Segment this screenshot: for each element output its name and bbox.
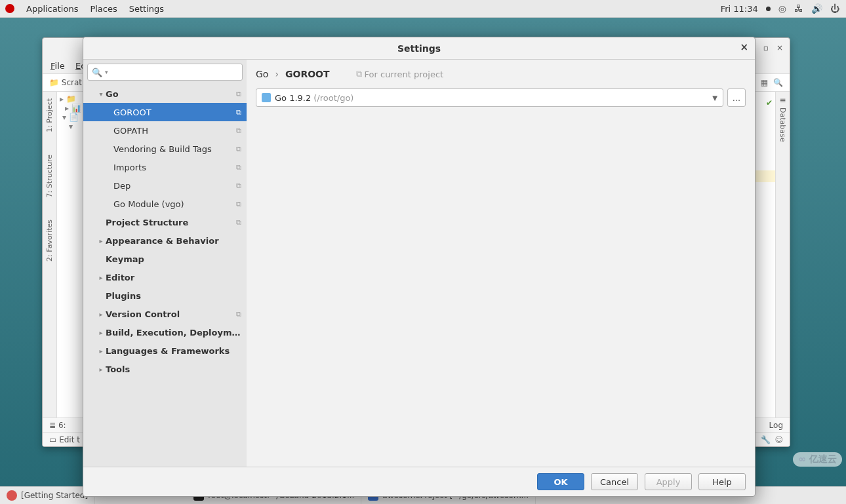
power-icon[interactable]: ⏻ [830,3,839,14]
ok-button[interactable]: OK [537,473,584,490]
sdk-path: (/root/go) [313,93,353,103]
note-icon: ▭ [49,435,56,444]
tree-build[interactable]: ▸Build, Execution, Deployment [83,323,247,341]
menu-places[interactable]: Places [90,4,117,14]
copy-icon: ⧉ [236,200,241,208]
settings-footer: OK Cancel Apply Help [83,467,755,496]
tree-goroot[interactable]: GOROOT⧉ [83,103,247,121]
window-maximize-icon[interactable]: ▫ [763,43,769,52]
cancel-button[interactable]: Cancel [591,473,638,490]
copy-icon: ⧉ [236,145,241,153]
wrench-icon[interactable]: 🔧 [761,435,771,444]
tab-database[interactable]: Database [778,105,787,145]
help-icon [7,490,17,501]
task-getting-started[interactable]: [Getting Started] [0,487,95,504]
distro-icon [5,4,14,13]
tree-plugins[interactable]: Plugins [83,286,247,305]
copy-icon: ⧉ [236,126,241,135]
scope-label: ⧉ For current project [356,69,444,79]
status-left: 6: [58,421,66,430]
ide-left-rail: 1: Project 7: Structure 2: Favorites [43,92,57,417]
desktop: ▫ × File Edit 📁 Scrat ▦ 🔍 1: Project 7: … [0,18,846,486]
help-button[interactable]: Help [698,473,746,490]
settings-tree[interactable]: ▾Go⧉ GOROOT⧉ GOPATH⧉ Vendoring & Build T… [83,85,247,467]
status-log[interactable]: Log [769,421,783,430]
crumb-root[interactable]: Go [256,69,268,79]
chevron-down-icon: ▼ [712,94,717,102]
tab-favorites[interactable]: 2: Favorites [45,217,54,264]
copy-icon: ⧉ [236,163,241,172]
list-icon[interactable]: ≣ [49,421,56,430]
copy-icon: ⧉ [356,69,362,79]
sdk-label: Go 1.9.2 [275,93,311,103]
search-icon[interactable]: 🔍 [773,78,783,87]
sdk-select[interactable]: Go 1.9.2 (/root/go) ▼ [256,88,723,107]
volume-icon[interactable]: 🔊 [811,3,822,14]
settings-sidebar: 🔍 ▾ ▾Go⧉ GOROOT⧉ GOPATH⧉ Vendoring & Bui… [83,60,247,467]
menu-settings[interactable]: Settings [129,4,164,14]
search-icon: 🔍 [92,68,102,77]
person-icon[interactable]: ☺ [775,435,783,444]
watermark: ∞ 亿速云 [793,452,842,467]
settings-title-label: Settings [397,43,441,54]
copy-icon: ⧉ [236,218,241,227]
window-close-icon[interactable]: × [776,43,783,52]
database-icon[interactable]: ≡ [779,96,786,105]
tree-go[interactable]: ▾Go⧉ [83,85,247,103]
network-icon[interactable]: 🖧 [794,3,803,14]
tree-editor[interactable]: ▸Editor [83,268,247,286]
folder-icon: 📁 [49,78,59,87]
tree-tools[interactable]: ▸Tools [83,360,247,378]
toolbar-icon[interactable]: ▦ [761,78,768,87]
ide-crumb-label: Scrat [62,78,82,87]
settings-dialog: Settings × 🔍 ▾ ▾Go⧉ GOROOT⧉ GOPATH⧉ Vend… [83,37,755,497]
settings-search-input[interactable]: 🔍 ▾ [87,64,243,81]
settings-main: Go › GOROOT ⧉ For current project Go 1.9… [247,60,755,467]
ide-right-rail: ≡ Database [775,92,790,417]
tree-project-structure[interactable]: Project Structure⧉ [83,213,247,231]
tree-vcs[interactable]: ▸Version Control⧉ [83,305,247,323]
menu-applications[interactable]: Applications [26,4,78,14]
search-field[interactable] [111,68,238,77]
tree-vendoring[interactable]: Vendoring & Build Tags⧉ [83,140,247,158]
tree-gopath[interactable]: GOPATH⧉ [83,121,247,140]
inspection-ok-icon: ✔ [766,98,773,107]
clock-dot-icon [766,7,771,11]
tree-langs[interactable]: ▸Languages & Frameworks [83,341,247,360]
settings-search-wrap: 🔍 ▾ [83,60,247,85]
status2-left: Edit t [59,435,80,444]
copy-icon: ⧉ [236,108,241,117]
ide-menu-file[interactable]: File [50,61,65,71]
breadcrumb: Go › GOROOT ⧉ For current project [256,66,746,82]
crumb-leaf: GOROOT [285,69,330,79]
settings-titlebar: Settings × [83,37,755,59]
clock-label: Fri 11:34 [721,4,758,14]
gnome-topbar: Applications Places Settings Fri 11:34 ◎… [0,0,846,18]
tab-structure[interactable]: 7: Structure [45,152,54,200]
copy-icon: ⧉ [236,90,241,98]
tree-appearance[interactable]: ▸Appearance & Behavior [83,231,247,250]
tab-project[interactable]: 1: Project [45,96,54,135]
chevron-down-icon: ▾ [105,69,108,75]
copy-icon: ⧉ [236,182,241,190]
close-icon[interactable]: × [740,41,748,53]
browse-button[interactable]: ... [727,88,746,107]
tree-dep[interactable]: Dep⧉ [83,176,247,195]
accessibility-icon[interactable]: ◎ [778,3,786,14]
apply-button[interactable]: Apply [645,473,692,490]
copy-icon: ⧉ [236,310,241,319]
tree-imports[interactable]: Imports⧉ [83,158,247,176]
tree-keymap[interactable]: Keymap [83,250,247,268]
go-sdk-icon [262,93,271,102]
tree-vgo[interactable]: Go Module (vgo)⧉ [83,195,247,213]
chevron-right-icon: › [275,69,279,79]
